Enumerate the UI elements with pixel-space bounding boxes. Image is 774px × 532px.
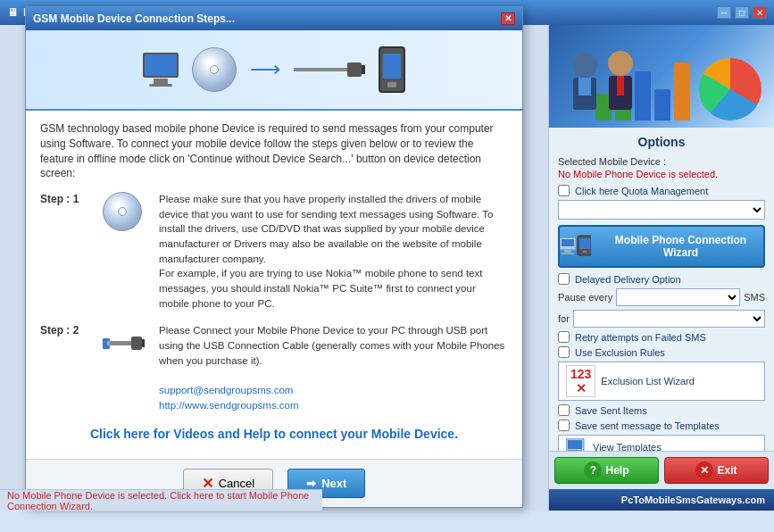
- selected-device-label: Selected Mobile Device :: [558, 156, 765, 167]
- delayed-delivery-label[interactable]: Delayed Delivery Option: [575, 274, 681, 285]
- step1-label-col: Step : 1: [40, 192, 85, 207]
- selected-device-value: No Mobile Phone Device is selected.: [558, 169, 765, 179]
- exclusion-checkbox[interactable]: [558, 346, 570, 358]
- svg-rect-22: [568, 440, 582, 449]
- quota-checkbox[interactable]: [558, 185, 570, 196]
- wizard-label: Mobile Phone Connection Wizard: [598, 234, 763, 259]
- click-help-text[interactable]: Click here for Videos and Help to connec…: [40, 426, 508, 444]
- delayed-delivery-checkbox[interactable]: [558, 273, 570, 285]
- dialog-overlay: GSM Mobile Device Connection Steps... ✕: [0, 25, 548, 489]
- save-sent-row: Save Sent Items: [558, 404, 765, 416]
- exit-label: Exit: [717, 464, 737, 477]
- monitor-base: [149, 84, 172, 87]
- pause-label: Pause every: [558, 292, 612, 303]
- for-dropdown[interactable]: [573, 310, 765, 328]
- svg-rect-5: [142, 339, 145, 347]
- cd-icon: [192, 47, 237, 92]
- exit-button[interactable]: ✕ Exit: [664, 457, 769, 484]
- wizard-button[interactable]: Mobile Phone Connection Wizard: [558, 225, 765, 268]
- step2-icon: [97, 323, 146, 368]
- help-label: Help: [605, 464, 628, 477]
- svg-rect-13: [617, 76, 624, 96]
- right-bottom-buttons: ? Help ✕ Exit: [549, 451, 774, 489]
- step1-row: Step : 1 Please make sure that you have …: [40, 192, 508, 311]
- usb-cable-icon: [294, 52, 365, 87]
- pie-chart-icon: [699, 58, 762, 121]
- brand-text: PcToMobileSmsGateways.com: [621, 495, 765, 505]
- app-icon: 🖥: [7, 6, 18, 19]
- dialog-titlebar: GSM Mobile Device Connection Steps... ✕: [26, 7, 522, 30]
- pause-dropdown[interactable]: [616, 288, 740, 306]
- options-title: Options: [558, 135, 765, 149]
- step2-row: Step : 2 Please Con: [40, 323, 508, 412]
- svg-rect-15: [562, 239, 574, 246]
- svg-rect-16: [564, 250, 571, 253]
- main-layout: GSM Mobile Device Connection Steps... ✕: [0, 25, 774, 511]
- sms-label: SMS: [744, 292, 765, 303]
- svg-rect-17: [562, 253, 574, 254]
- exit-circle-icon: ✕: [695, 461, 713, 479]
- for-row: for: [558, 310, 765, 328]
- step2-label: Step : 2: [40, 323, 85, 338]
- svg-rect-10: [578, 78, 591, 96]
- quota-label[interactable]: Click here Quota Management: [575, 186, 708, 196]
- svg-rect-19: [579, 238, 590, 249]
- delayed-delivery-row: Delayed Delivery Option: [558, 273, 765, 285]
- cancel-label: Cancel: [219, 477, 254, 490]
- save-template-label[interactable]: Save sent message to Templates: [575, 420, 720, 431]
- business-people-icon: [553, 38, 652, 128]
- pause-row: Pause every SMS: [558, 288, 765, 306]
- svg-point-11: [608, 51, 633, 76]
- step2-label-col: Step : 2: [40, 323, 85, 338]
- help-circle-icon: ?: [584, 461, 602, 479]
- exclusion-label[interactable]: Use Exclusion Rules: [575, 347, 665, 358]
- help-button[interactable]: ? Help: [554, 457, 659, 484]
- save-template-checkbox[interactable]: [558, 420, 570, 431]
- monitor-screen: [143, 53, 179, 78]
- maximize-button[interactable]: □: [735, 6, 749, 19]
- usb-icon: [100, 323, 145, 368]
- view-templates-button[interactable]: View Templates: [558, 435, 765, 451]
- dialog-close-button[interactable]: ✕: [501, 12, 515, 25]
- templates-icon: [566, 438, 587, 451]
- support-email-link[interactable]: support@sendgroupsms.com: [159, 385, 293, 395]
- step1-text: Please make sure that you have properly …: [159, 192, 508, 311]
- dialog-header-image: ⟶: [26, 30, 522, 111]
- quota-dropdown[interactable]: [558, 200, 765, 220]
- svg-rect-2: [362, 65, 365, 74]
- minimize-button[interactable]: ─: [717, 6, 731, 19]
- step2-text: Please Connect your Mobile Phone Device …: [159, 323, 508, 412]
- svg-rect-4: [131, 337, 142, 350]
- status-bar[interactable]: No Mobile Phone Device is selected. Clic…: [0, 489, 322, 511]
- phone-icon: [379, 46, 405, 93]
- cd-hole: [210, 65, 219, 74]
- exclusion-wizard-label: Exclusion List Wizard: [601, 376, 695, 387]
- exclusion-wizard-button[interactable]: 123✕ Exclusion List Wizard: [558, 362, 765, 401]
- save-sent-label[interactable]: Save Sent Items: [575, 405, 647, 416]
- support-url-link[interactable]: http://www.sendgroupsms.com: [159, 400, 299, 411]
- svg-rect-20: [583, 251, 587, 253]
- view-templates-label: View Templates: [593, 442, 662, 451]
- next-label: Next: [321, 477, 346, 490]
- retry-label[interactable]: Retry attempts on Failed SMS: [575, 332, 706, 343]
- retry-checkbox[interactable]: [558, 331, 570, 343]
- status-text: No Mobile Phone Device is selected. Clic…: [7, 490, 315, 511]
- dialog-title: GSM Mobile Device Connection Steps...: [33, 12, 235, 25]
- computer-icon: [143, 53, 179, 87]
- step1-label: Step : 1: [40, 192, 85, 207]
- close-button[interactable]: ✕: [753, 6, 767, 19]
- svg-rect-7: [107, 341, 110, 345]
- wizard-icon: [560, 234, 591, 259]
- title-bar-controls: ─ □ ✕: [717, 6, 767, 19]
- dialog-content: GSM technology based mobile phone Device…: [26, 111, 522, 459]
- exclusion-row: Use Exclusion Rules: [558, 346, 765, 358]
- right-header-image: [549, 25, 774, 128]
- left-panel: GSM Mobile Device Connection Steps... ✕: [0, 25, 548, 511]
- retry-row: Retry attempts on Failed SMS: [558, 331, 765, 343]
- options-section: Options Selected Mobile Device : No Mobi…: [549, 128, 774, 451]
- for-label: for: [558, 313, 570, 324]
- next-arrow-icon: ➡: [306, 477, 316, 490]
- svg-rect-1: [347, 62, 362, 77]
- save-sent-checkbox[interactable]: [558, 404, 570, 416]
- save-template-row: Save sent message to Templates: [558, 420, 765, 431]
